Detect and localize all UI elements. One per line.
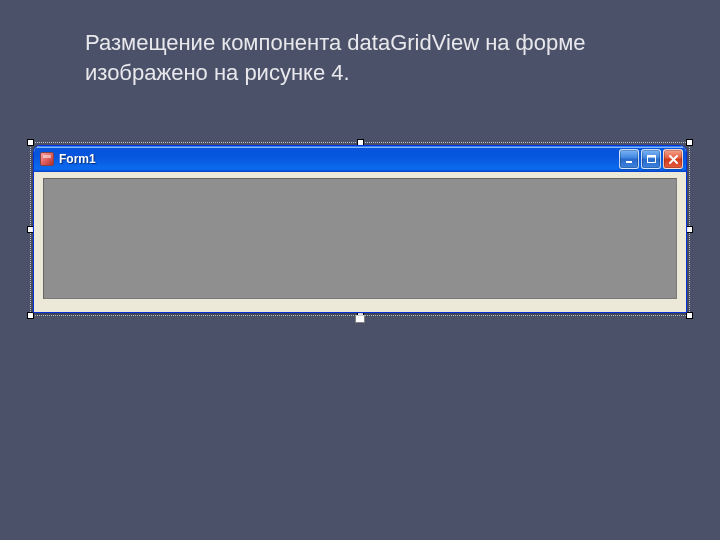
close-button[interactable] bbox=[663, 149, 683, 169]
minimize-button[interactable] bbox=[619, 149, 639, 169]
form-designer-selection: Form1 bbox=[30, 142, 690, 316]
datagridview[interactable] bbox=[43, 178, 677, 299]
resize-handle-tl[interactable] bbox=[27, 139, 34, 146]
resize-handle-br[interactable] bbox=[686, 312, 693, 319]
slide-caption: Размещение компонента dataGridView на фо… bbox=[85, 28, 645, 87]
window-title: Form1 bbox=[59, 152, 619, 166]
svg-rect-2 bbox=[647, 155, 655, 157]
resize-handle-mr[interactable] bbox=[686, 226, 693, 233]
form-client-area bbox=[37, 172, 683, 309]
minimize-icon bbox=[624, 154, 635, 165]
maximize-button[interactable] bbox=[641, 149, 661, 169]
winform-window: Form1 bbox=[33, 145, 687, 313]
svg-rect-0 bbox=[626, 161, 632, 163]
component-tray-handle[interactable] bbox=[355, 315, 365, 323]
maximize-icon bbox=[646, 154, 657, 165]
titlebar[interactable]: Form1 bbox=[34, 146, 686, 172]
window-buttons bbox=[619, 149, 683, 169]
resize-handle-bl[interactable] bbox=[27, 312, 34, 319]
close-icon bbox=[668, 154, 679, 165]
app-icon bbox=[40, 152, 54, 166]
resize-handle-tr[interactable] bbox=[686, 139, 693, 146]
